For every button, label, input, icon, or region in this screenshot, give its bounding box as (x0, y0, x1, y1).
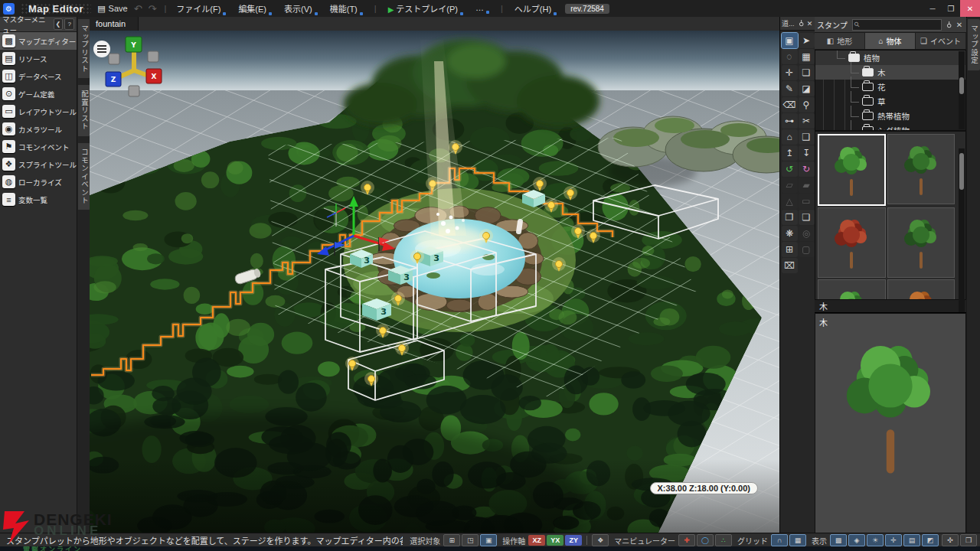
menu-edit[interactable]: 編集(E) (236, 2, 274, 15)
raise-tool[interactable]: ↥ (782, 145, 798, 161)
rotate-cw[interactable]: ↻ (799, 161, 815, 177)
sidebar-item-3[interactable]: ⊙ゲーム定義 (0, 85, 77, 103)
view-menu-button[interactable] (93, 41, 110, 57)
sidebar-item-7[interactable]: ❖スプライトツール (0, 155, 77, 173)
display-tiles[interactable]: ▩ (830, 534, 847, 546)
left-vtab-1[interactable]: 配置リスト (78, 85, 90, 136)
tree-green-3[interactable] (887, 207, 956, 278)
home-entry[interactable]: ⌂ (782, 129, 798, 145)
menu-help[interactable]: ヘルプ(H) (512, 2, 559, 15)
pin-icon[interactable]: ⚲ (797, 19, 805, 28)
axis-xz[interactable]: XZ (528, 535, 545, 546)
sidebar-item-1[interactable]: ▤リソース (0, 50, 77, 67)
stamp-search-input[interactable] (861, 20, 939, 29)
tree-orange[interactable] (887, 279, 956, 300)
target-circle[interactable]: ◎ (799, 226, 815, 241)
collapse-button[interactable]: ❮ (54, 18, 64, 30)
axis-yx[interactable]: YX (547, 535, 564, 546)
save-layout[interactable]: ❒ (960, 534, 977, 546)
tree-node-5[interactable]: シダ植物 (815, 123, 965, 131)
sidebar-item-2[interactable]: ◫データベース (0, 67, 77, 85)
manip-rotate[interactable]: ◯ (697, 534, 714, 546)
connect-tool[interactable]: ⊶ (782, 113, 798, 129)
left-vtab-2[interactable]: コモンイベント (78, 143, 90, 210)
undo-button[interactable]: ↶ (134, 3, 142, 15)
tree-node-3[interactable]: 草 (815, 94, 965, 109)
sidebar-item-9[interactable]: ≡変数一覧 (0, 191, 77, 208)
display-gauge[interactable]: ▤ (903, 534, 920, 546)
copy-front[interactable]: ❐ (782, 210, 798, 225)
sidebar-item-4[interactable]: ▭レイアウトツール (0, 103, 77, 120)
slope-b[interactable]: ▰ (799, 178, 815, 193)
close-icon[interactable]: ✕ (805, 20, 814, 28)
eraser-tool[interactable]: ⌫ (782, 97, 798, 112)
tab-terrain[interactable]: ◧地形 (815, 33, 865, 49)
map-tab-fountain[interactable]: fountain (90, 17, 139, 31)
tree-node-0[interactable]: 植物 (815, 51, 965, 65)
thumbs-scrollbar[interactable] (959, 148, 965, 312)
tab-event[interactable]: ❏イベント (916, 33, 966, 49)
sidebar-item-8[interactable]: ◍ローカライズ (0, 173, 77, 191)
menu-testplay[interactable]: ▶テストプレイ(P) (386, 2, 466, 15)
display-shield[interactable]: ◈ (848, 534, 865, 546)
tree-green-1[interactable] (818, 134, 886, 206)
left-vtab-0[interactable]: マップリスト (78, 19, 90, 78)
menu-file[interactable]: ファイル(F) (174, 2, 228, 15)
copy-back[interactable]: ❏ (799, 210, 815, 225)
maximize-button[interactable]: ❐ (942, 0, 960, 17)
tile-select[interactable]: ▦ (799, 49, 815, 64)
wedge-tool[interactable]: △ (782, 194, 798, 209)
trash-tool[interactable]: ⌧ (782, 258, 798, 273)
tree-node-4[interactable]: 熱帯植物 (815, 109, 965, 123)
display-light[interactable]: ☀ (867, 534, 884, 546)
lasso-select[interactable]: ◌ (782, 49, 798, 64)
selection-mode-grid[interactable]: ⊞ (443, 534, 460, 546)
menu-view[interactable]: 表示(V) (282, 2, 320, 15)
tab-object[interactable]: ⌂物体 (865, 33, 916, 49)
rotate-ccw[interactable]: ↺ (782, 161, 798, 177)
manip-scale[interactable]: ∴ (715, 534, 732, 546)
tree-node-1[interactable]: 木 (815, 65, 965, 80)
redo-button[interactable]: ↷ (149, 3, 157, 15)
cursor-select[interactable]: ➤ (799, 33, 815, 48)
minimize-button[interactable]: ─ (923, 0, 942, 17)
selection-mode-image[interactable]: ▣ (480, 534, 497, 546)
pin-icon[interactable]: ⚲ (946, 21, 952, 29)
grid-toggle[interactable]: ▦ (789, 534, 806, 546)
lower-tool[interactable]: ↧ (799, 145, 815, 161)
grab-tool[interactable]: ✛ (782, 65, 798, 80)
axis-zy[interactable]: ZY (565, 535, 582, 546)
tree-node-2[interactable]: 花 (815, 80, 965, 94)
manip-move[interactable]: ✚ (678, 534, 695, 546)
layer-stack-button[interactable]: ❖ (592, 534, 609, 546)
menu-more[interactable]: … (473, 3, 492, 14)
region-dotted[interactable]: ❑ (799, 129, 815, 145)
locked-box[interactable]: ▢ (799, 242, 815, 257)
close-icon[interactable]: ✕ (955, 21, 964, 29)
viewport-canvas[interactable]: 3 3 3 3 (90, 31, 779, 533)
scissors-tool[interactable]: ✂ (799, 113, 815, 129)
duplicate-tool[interactable]: ⊞ (782, 242, 798, 257)
help-button[interactable]: ? (64, 18, 74, 30)
display-fog[interactable]: ◩ (922, 534, 939, 546)
tree-green-4[interactable] (818, 279, 886, 300)
selection-mode-object[interactable]: ◳ (462, 534, 479, 546)
tree-red[interactable] (818, 207, 886, 278)
slope-a[interactable]: ▱ (782, 178, 798, 193)
right-vtab-0[interactable]: マップ設定 (968, 19, 980, 70)
block-tool[interactable]: ▭ (799, 194, 815, 209)
menu-function[interactable]: 機能(T) (328, 2, 365, 15)
bucket-fill[interactable]: ◪ (799, 81, 815, 96)
area-dotted[interactable]: ❏ (799, 65, 815, 80)
save-button[interactable]: ▤ Save (97, 4, 127, 14)
display-gizmo[interactable]: ✛ (885, 534, 902, 546)
pencil-tool[interactable]: ✎ (782, 81, 798, 96)
tree-scrollbar[interactable] (959, 51, 965, 129)
sprite-visibility[interactable]: ✣ (942, 534, 959, 546)
sidebar-item-6[interactable]: ⚑コモンイベント (0, 138, 77, 155)
tree-green-2[interactable] (887, 134, 956, 204)
sidebar-item-5[interactable]: ◉カメラツール (0, 120, 77, 138)
marquee-select[interactable]: ▣ (782, 33, 798, 48)
close-button[interactable]: ✕ (960, 0, 980, 17)
pin-tool[interactable]: ⚲ (799, 97, 815, 112)
